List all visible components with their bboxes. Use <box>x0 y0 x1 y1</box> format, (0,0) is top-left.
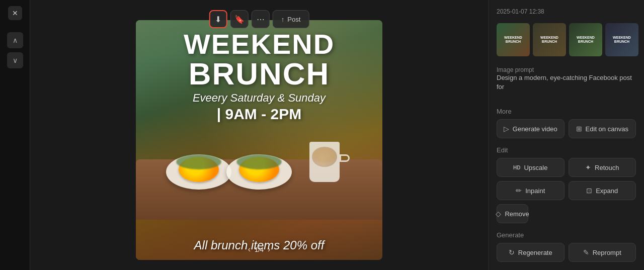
generate-actions-grid: ↻ Regenerate ✎ Reprompt <box>497 243 636 262</box>
regenerate-label: Regenerate <box>518 249 552 256</box>
edit-on-canvas-label: Edit on canvas <box>586 125 628 133</box>
next-page-button[interactable]: › <box>268 245 270 254</box>
retouch-icon: ✦ <box>585 163 591 171</box>
brunch-title-area: WEEKEND BRUNCH Eveery Saturday & Sunday … <box>184 30 335 123</box>
regenerate-button[interactable]: ↻ Regenerate <box>497 243 565 262</box>
coffee-cup <box>309 142 342 190</box>
greens-1 <box>176 154 221 169</box>
hd-icon: HD <box>513 165 520 170</box>
brunch-heading: BRUNCH <box>184 58 335 89</box>
more-icon: ⋯ <box>257 15 265 24</box>
download-icon: ⬇ <box>215 15 221 24</box>
remove-label: Remove <box>505 210 529 218</box>
brunch-image: WEEKEND BRUNCH Eveery Saturday & Sunday … <box>136 20 382 260</box>
reprompt-label: Reprompt <box>593 249 621 256</box>
main-content: ⬇ 🔖 ⋯ ↑ Post WEEKEND BRUNCH <box>30 0 644 270</box>
post-label: Post <box>287 16 300 23</box>
generate-video-button[interactable]: ▷ Generate video <box>497 119 565 138</box>
image-overlay: WEEKEND BRUNCH Eveery Saturday & Sunday … <box>136 20 382 260</box>
page-indicator: ‹ 1/4 › <box>248 245 271 254</box>
subtitle-text: Eveery Saturday & Sunday <box>184 92 335 105</box>
bookmark-button[interactable]: 🔖 <box>230 10 249 28</box>
image-toolbar: ⬇ 🔖 ⋯ ↑ Post <box>209 10 309 28</box>
remove-button[interactable]: ◇ Remove <box>497 204 528 223</box>
edit-on-canvas-button[interactable]: ⊞ Edit on canvas <box>569 119 636 138</box>
more-options-button[interactable]: ⋯ <box>252 10 270 28</box>
plate-2 <box>226 154 292 190</box>
edit-section-label: Edit <box>497 146 636 154</box>
thumbnail-4[interactable]: WEEKENDBRUNCH <box>605 23 638 56</box>
image-area: ⬇ 🔖 ⋯ ↑ Post WEEKEND BRUNCH <box>30 0 488 270</box>
edit-section: Edit HD Upscale ✦ Retouch ✏ Inpaint ⊡ Ex… <box>497 146 636 223</box>
retouch-label: Retouch <box>595 164 619 171</box>
chevron-up-icon: ∧ <box>13 36 18 44</box>
generate-video-label: Generate video <box>513 125 557 133</box>
chevron-down-icon: ∨ <box>13 56 18 64</box>
thumbnail-3[interactable]: WEEKENDBRUNCH <box>569 23 602 56</box>
retouch-button[interactable]: ✦ Retouch <box>569 158 636 177</box>
inpaint-label: Inpaint <box>525 187 545 195</box>
image-prompt-text: Design a modern, eye-catching Facebook p… <box>497 73 636 92</box>
post-arrow-icon: ↑ <box>281 16 285 23</box>
expand-label: Expand <box>596 187 618 195</box>
weekend-heading: WEEKEND <box>184 30 335 58</box>
time-text: | 9AM - 2PM <box>184 106 335 123</box>
food-visual <box>136 119 382 220</box>
generate-section-label: Generate <box>497 231 636 239</box>
nav-down-button[interactable]: ∨ <box>7 52 23 68</box>
more-section-label: More <box>497 108 636 115</box>
brunch-image-container: WEEKEND BRUNCH Eveery Saturday & Sunday … <box>136 20 382 260</box>
more-section: More ▷ Generate video ⊞ Edit on canvas <box>497 108 636 138</box>
upscale-button[interactable]: HD Upscale <box>497 158 565 177</box>
video-icon: ▷ <box>504 125 509 133</box>
inpaint-icon: ✏ <box>516 187 522 195</box>
right-panel: 2025-01-07 12:38 WEEKENDBRUNCH WEEKENDBR… <box>488 0 644 270</box>
prev-page-button[interactable]: ‹ <box>248 245 251 254</box>
nav-up-button[interactable]: ∧ <box>7 32 23 48</box>
post-button[interactable]: ↑ Post <box>273 10 309 28</box>
image-prompt-section: Image prompt Design a modern, eye-catchi… <box>497 64 636 92</box>
plate-1 <box>166 154 231 190</box>
timestamp: 2025-01-07 12:38 <box>497 8 636 15</box>
expand-button[interactable]: ⊡ Expand <box>569 181 636 200</box>
expand-icon: ⊡ <box>586 187 592 195</box>
bookmark-icon: 🔖 <box>234 15 245 24</box>
reprompt-button[interactable]: ✎ Reprompt <box>569 243 636 262</box>
inpaint-button[interactable]: ✏ Inpaint <box>497 181 565 200</box>
close-button[interactable]: ✕ <box>8 6 22 20</box>
reprompt-icon: ✎ <box>583 248 589 256</box>
image-prompt-label: Image prompt <box>497 66 636 73</box>
more-actions-grid: ▷ Generate video ⊞ Edit on canvas <box>497 119 636 138</box>
canvas-icon: ⊞ <box>576 125 582 133</box>
generate-section: Generate ↻ Regenerate ✎ Reprompt <box>497 231 636 262</box>
thumbnail-1[interactable]: WEEKENDBRUNCH <box>497 23 530 56</box>
regenerate-icon: ↻ <box>509 248 515 256</box>
download-button[interactable]: ⬇ <box>209 10 227 28</box>
sidebar: ✕ ∧ ∨ <box>0 0 30 270</box>
greens-2 <box>236 154 282 169</box>
thumbnail-2[interactable]: WEEKENDBRUNCH <box>533 23 566 56</box>
edit-actions-grid: HD Upscale ✦ Retouch ✏ Inpaint ⊡ Expand … <box>497 158 636 223</box>
thumbnails-row: WEEKENDBRUNCH WEEKENDBRUNCH WEEKENDBRUNC… <box>497 23 636 56</box>
upscale-label: Upscale <box>524 164 547 171</box>
remove-icon: ◇ <box>496 210 501 218</box>
page-number: 1/4 <box>255 246 264 253</box>
